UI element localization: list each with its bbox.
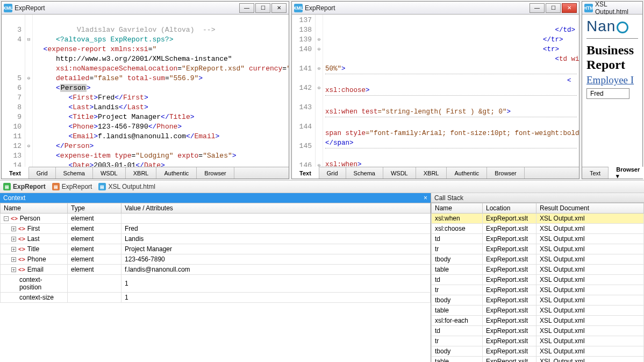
context-row[interactable]: context-position1 [1,275,431,293]
editor-pane-mid: XML ExpReport — ☐ ✕ 137138139140 141 142… [291,1,579,179]
callstack-row[interactable]: xsl:for-eachExpReport.xsltXSL Output.xml [432,316,644,326]
doc-tab[interactable]: ▤ExpReport [3,183,46,190]
column-header[interactable]: Name [1,203,68,214]
callstack-panel: Call Stack NameLocationResult Document x… [431,193,644,362]
maximize-button[interactable]: ☐ [255,3,270,13]
column-header[interactable]: Value / Attributes [121,203,431,214]
fold-gutter[interactable]: ⊟⊖ ⊖ [25,15,33,167]
employee-label: Employee I [586,74,638,86]
column-header[interactable]: Name [432,203,483,214]
report-heading-2: Report [586,58,638,72]
editor-view-tabs: TextGridSchemaWSDLXBRLAuthenticBrowser [2,167,289,179]
html-file-icon: HTM [584,4,593,12]
tree-expander-icon[interactable]: - [4,216,9,221]
code-editor-mid[interactable]: 137138139140 141 142 143 144 145 146 ⊖⊖⊖… [292,15,579,167]
view-tab-grid[interactable]: Grid [319,167,346,179]
panel-close-icon[interactable]: × [424,194,427,202]
file-icon: ▤ [52,183,60,190]
callstack-row[interactable]: tdExpReport.xsltXSL Output.xml [432,275,644,285]
callstack-row[interactable]: tbodyExpReport.xsltXSL Output.xml [432,254,644,265]
context-grid[interactable]: NameTypeValue / Attributes -<>Personelem… [0,203,431,362]
titlebar-mid: XML ExpReport — ☐ ✕ [292,2,579,15]
element-icon: <> [18,256,25,262]
titlebar-right: HTM XSL Output.html [582,2,642,15]
minimize-button[interactable]: — [239,3,254,13]
view-tab-schema[interactable]: Schema [346,167,383,179]
file-icon: ▤ [3,183,11,190]
line-gutter: 137138139140 141 142 143 144 145 146 [292,15,316,167]
view-tab-browser[interactable]: Browser [197,167,234,179]
callstack-row[interactable]: tableExpReport.xsltXSL Output.xml [432,357,644,363]
column-header[interactable]: Location [483,203,536,214]
html-preview: Nan Business Report Employee I Fred [582,15,642,167]
callstack-row[interactable]: xsl:whenExpReport.xsltXSL Output.xml [432,214,644,224]
callstack-row[interactable]: trExpReport.xsltXSL Output.xml [432,244,644,254]
code-area[interactable]: </td> </tr> <tr> <td width=" 50%"> [323,15,579,167]
callstack-row[interactable]: xsl:chooseExpReport.xsltXSL Output.xml [432,224,644,234]
view-tab-browser[interactable]: Browser ▾ [609,167,644,179]
callstack-row[interactable]: tdExpReport.xsltXSL Output.xml [432,234,644,244]
editor-view-tabs: TextBrowser ▾ [582,167,642,179]
file-icon: ▤ [98,183,106,190]
view-tab-wsdl[interactable]: WSDL [383,167,416,179]
callstack-panel-header: Call Stack [431,193,644,203]
element-icon: <> [18,266,25,273]
maximize-button[interactable]: ☐ [546,3,561,13]
callstack-row[interactable]: trExpReport.xsltXSL Output.xml [432,336,644,346]
line-gutter: 34 56789101112131415 [2,15,25,167]
logo: Nan [586,18,638,35]
context-row[interactable]: +<>LastelementLandis [1,234,431,244]
view-tab-authentic[interactable]: Authentic [156,167,197,179]
editor-title: ExpReport [15,4,237,12]
callstack-row[interactable]: tableExpReport.xsltXSL Output.xml [432,306,644,316]
tree-expander-icon[interactable]: + [11,247,16,252]
code-area[interactable]: Vladislav Gavrielov (Altova) --> <?altov… [33,15,289,167]
editor-title: ExpReport [305,4,527,12]
callstack-row[interactable]: trExpReport.xsltXSL Output.xml [432,285,644,295]
callstack-row[interactable]: tableExpReport.xsltXSL Output.xml [432,265,644,275]
view-tab-wsdl[interactable]: WSDL [93,167,126,179]
xml-file-icon: XML [4,4,12,12]
view-tab-authentic[interactable]: Authentic [447,167,487,179]
callstack-row[interactable]: tdExpReport.xsltXSL Output.xml [432,326,644,336]
close-button[interactable]: ✕ [271,3,287,13]
view-tab-text[interactable]: Text [292,167,319,179]
context-row[interactable]: -<>Personelement [1,214,431,224]
tree-expander-icon[interactable]: + [11,267,16,272]
tree-expander-icon[interactable]: + [11,237,16,242]
column-header[interactable]: Type [68,203,121,214]
view-tab-grid[interactable]: Grid [29,167,56,179]
editor-pane-right: HTM XSL Output.html Nan Business Report … [582,1,643,179]
close-button[interactable]: ✕ [562,3,577,13]
doc-tab[interactable]: ▤XSL Output.html [98,183,155,190]
view-tab-text[interactable]: Text [582,167,609,179]
context-row[interactable]: +<>FirstelementFred [1,224,431,234]
minimize-button[interactable]: — [529,3,545,13]
callstack-grid[interactable]: NameLocationResult Document xsl:whenExpR… [431,203,644,362]
view-tab-xbrl[interactable]: XBRL [126,167,157,179]
titlebar-left: XML ExpReport — ☐ ✕ [2,2,289,15]
report-heading: Business [586,43,638,58]
callstack-row[interactable]: tbodyExpReport.xsltXSL Output.xml [432,295,644,306]
callstack-row[interactable]: tbodyExpReport.xsltXSL Output.xml [432,346,644,357]
employee-value: Fred [586,88,629,99]
context-row[interactable]: +<>Emailelementf.landis@nanonull.com [1,265,431,275]
doc-tab[interactable]: ▤ExpReport [52,183,92,190]
fold-gutter[interactable]: ⊖⊖⊖⊖ ⊖ [316,15,323,167]
code-editor-left[interactable]: 34 56789101112131415 ⊟⊖ ⊖ Vladislav Gavr… [2,15,289,167]
context-row[interactable]: context-size1 [1,293,431,303]
editor-view-tabs: TextGridSchemaWSDLXBRLAuthenticBrowser [292,167,579,179]
context-row[interactable]: +<>TitleelementProject Manager [1,244,431,254]
column-header[interactable]: Result Document [536,203,644,214]
element-icon: <> [18,236,25,242]
context-row[interactable]: +<>Phoneelement123-456-7890 [1,254,431,265]
view-tab-browser[interactable]: Browser [487,167,524,179]
view-tab-xbrl[interactable]: XBRL [416,167,447,179]
view-tab-text[interactable]: Text [2,167,29,179]
tree-expander-icon[interactable]: + [11,226,16,231]
context-panel: Context × NameTypeValue / Attributes -<>… [0,193,431,362]
tree-expander-icon[interactable]: + [11,257,16,262]
editor-title: XSL Output.html [595,1,640,16]
element-icon: <> [18,246,25,252]
view-tab-schema[interactable]: Schema [56,167,93,179]
